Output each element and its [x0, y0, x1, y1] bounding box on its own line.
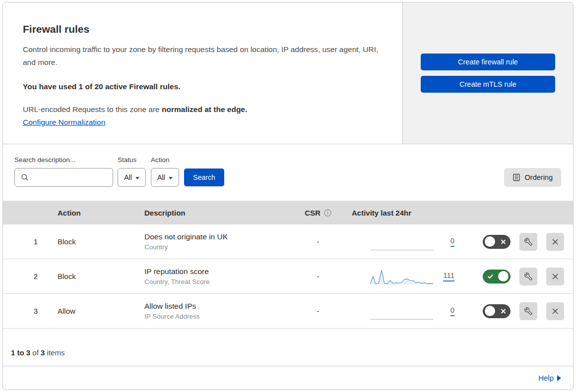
header-priority-column	[3, 201, 45, 224]
table-row: 3 Allow Allow listed IPs IP Source Addre…	[3, 294, 573, 329]
activity-sparkline	[370, 233, 433, 251]
edit-rule-button[interactable]	[519, 268, 537, 285]
rule-activity-cell: 0	[350, 224, 469, 259]
rule-action: Block	[45, 224, 132, 259]
search-button[interactable]: Search	[184, 168, 224, 186]
rule-activity-cell: 0	[350, 294, 469, 328]
action-selected-value: All	[157, 173, 165, 181]
summary-items: items	[45, 348, 64, 357]
create-mtls-rule-button[interactable]: Create mTLS rule	[421, 76, 555, 93]
rule-fields: Country, Threat Score	[144, 278, 210, 285]
status-dropdown[interactable]: All	[118, 168, 146, 187]
toggle-knob	[485, 236, 495, 247]
rule-fields: IP Source Address	[144, 313, 200, 320]
activity-sparkline	[370, 302, 433, 320]
header-action-column: Action	[45, 201, 132, 224]
rule-csr-value: -	[286, 224, 350, 259]
toggle-knob	[498, 271, 509, 281]
header-csr-label: CSR	[305, 209, 320, 217]
rule-priority: 2	[3, 259, 45, 293]
summary-range: 1 to 3	[11, 348, 30, 357]
rule-fields: Country	[144, 243, 168, 251]
header-csr-column: CSR	[286, 201, 350, 224]
usage-summary: You have used 1 of 20 active Firewall ru…	[23, 82, 383, 91]
ordering-button[interactable]: Ordering	[504, 168, 561, 187]
cross-icon	[501, 309, 506, 313]
rule-description: Does not originate in UK	[144, 232, 228, 241]
chevron-down-icon	[135, 177, 139, 179]
edit-rule-button[interactable]	[519, 233, 537, 251]
status-selected-value: All	[124, 173, 132, 181]
rule-enabled-toggle[interactable]	[483, 270, 511, 283]
action-dropdown[interactable]: All	[151, 168, 179, 187]
rule-description-cell: Does not originate in UK Country	[132, 224, 286, 259]
info-icon[interactable]	[324, 209, 331, 217]
header-activity-column: Activity last 24hr	[350, 201, 469, 224]
normalization-note: URL-encoded Requests to this zone are no…	[23, 105, 383, 114]
arrow-right-icon	[557, 375, 561, 381]
normalization-note-bold: normalized at the edge.	[162, 105, 247, 113]
search-input[interactable]	[33, 168, 123, 186]
action-label: Action	[151, 156, 179, 164]
status-filter-group: Status All	[118, 156, 146, 187]
rule-enabled-toggle[interactable]	[483, 304, 511, 318]
search-box	[14, 168, 113, 187]
rule-csr-value: -	[286, 294, 350, 328]
delete-rule-button[interactable]	[546, 302, 564, 320]
list-document-icon	[512, 173, 520, 181]
ordering-button-label: Ordering	[525, 173, 553, 181]
intro-section: Firewall rules Control incoming traffic …	[3, 2, 573, 144]
wrench-icon	[524, 273, 532, 280]
firewall-rules-card: Firewall rules Control incoming traffic …	[2, 2, 574, 390]
rule-description: Allow listed IPs	[144, 302, 196, 311]
toggle-knob	[485, 306, 495, 316]
configure-normalization-link[interactable]: Configure Normalization	[23, 118, 105, 127]
chevron-down-icon	[169, 177, 173, 179]
pagination-summary: 1 to 3 of 3 items	[3, 329, 573, 366]
delete-rule-button[interactable]	[546, 268, 564, 285]
search-icon	[21, 173, 29, 181]
header-controls-column	[469, 201, 573, 224]
page-title: Firewall rules	[23, 23, 383, 35]
table-header: Action Description CSR Activity last 24h…	[3, 201, 573, 224]
filter-bar: Search description... Status All Action …	[3, 144, 573, 201]
rule-controls-cell	[469, 224, 573, 259]
check-icon	[488, 274, 493, 279]
close-icon	[551, 273, 559, 280]
intro-text-panel: Firewall rules Control incoming traffic …	[3, 2, 403, 144]
rule-enabled-toggle[interactable]	[483, 235, 511, 249]
rule-action: Allow	[45, 294, 132, 328]
rule-description-cell: IP reputation score Country, Threat Scor…	[132, 259, 286, 293]
normalization-note-text: URL-encoded Requests to this zone are	[23, 105, 162, 113]
rule-action: Block	[45, 259, 132, 293]
table-row: 1 Block Does not originate in UK Country…	[3, 224, 573, 259]
cross-icon	[501, 239, 506, 244]
activity-count-link[interactable]: 0	[450, 306, 454, 316]
wrench-icon	[524, 307, 532, 315]
action-filter-group: Action All	[151, 156, 179, 187]
status-label: Status	[118, 156, 146, 164]
close-icon	[551, 307, 559, 315]
activity-count-link[interactable]: 111	[443, 271, 454, 281]
delete-rule-button[interactable]	[546, 233, 564, 251]
help-row: Help	[3, 366, 573, 390]
rule-priority: 3	[3, 294, 45, 328]
search-label: Search description...	[14, 156, 113, 164]
create-firewall-rule-button[interactable]: Create firewall rule	[421, 54, 555, 70]
edit-rule-button[interactable]	[519, 302, 537, 320]
intro-actions-panel: Create firewall rule Create mTLS rule	[403, 2, 573, 144]
rule-description-cell: Allow listed IPs IP Source Address	[132, 294, 286, 328]
wrench-icon	[524, 238, 532, 246]
activity-count-link[interactable]: 0	[450, 236, 454, 247]
rule-priority: 1	[3, 224, 45, 259]
help-link[interactable]: Help	[538, 374, 561, 382]
summary-of: of	[30, 348, 41, 357]
rule-csr-value: -	[286, 259, 350, 293]
close-icon	[551, 238, 559, 246]
page-description: Control incoming traffic to your zone by…	[23, 43, 383, 69]
help-link-label: Help	[538, 374, 554, 382]
header-description-column: Description	[132, 201, 286, 224]
activity-sparkline	[370, 268, 433, 285]
rule-description: IP reputation score	[144, 267, 209, 276]
table-row: 2 Block IP reputation score Country, Thr…	[3, 259, 573, 294]
